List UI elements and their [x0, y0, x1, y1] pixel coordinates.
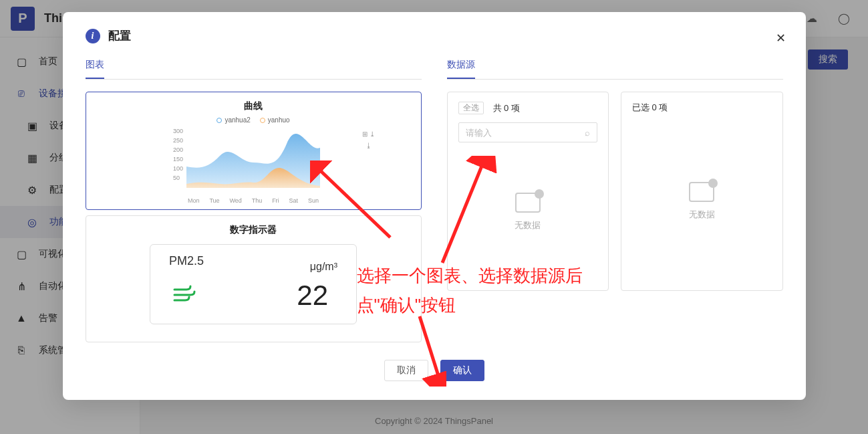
close-icon[interactable]: ✕: [776, 31, 786, 45]
wind-icon: [173, 284, 196, 308]
info-icon: i: [86, 29, 100, 43]
ds-search[interactable]: ⌕: [458, 122, 598, 142]
indicator-value: 22: [297, 280, 328, 312]
empty-icon: [689, 182, 714, 202]
ds-selected: 已选 0 项 无数据: [621, 92, 783, 291]
chart-legend: yanhua2 yanhuo: [86, 116, 421, 124]
chart-card-indicator[interactable]: 数字指示器 PM2.5 μg/m³ 22: [86, 215, 422, 342]
config-dialog: i 配置 ✕ 图表 曲线 yanhua2 yanhuo ⊞ ⤓⭳ 300 250: [63, 12, 806, 400]
empty-icon: [515, 193, 541, 213]
tab-chart[interactable]: 图表: [86, 58, 422, 80]
tab-datasource[interactable]: 数据源: [447, 58, 783, 80]
ds-empty-left: 无数据: [458, 142, 598, 281]
cancel-button[interactable]: 取消: [384, 360, 428, 381]
ds-selected-count: 已选 0 项: [632, 102, 668, 114]
indicator-unit: μg/m³: [310, 261, 337, 273]
area-chart: ⊞ ⤓⭳ 300 250 200 150 100 50: [186, 128, 320, 201]
search-icon: ⌕: [585, 128, 590, 138]
select-all-label[interactable]: 全选: [458, 102, 484, 114]
chart-title-curve: 曲线: [86, 100, 421, 112]
chart-card-curve[interactable]: 曲线 yanhua2 yanhuo ⊞ ⤓⭳ 300 250 200 150 1…: [86, 92, 422, 210]
ds-total: 共 0 项: [493, 102, 520, 114]
chart-title-indicator: 数字指示器: [86, 224, 421, 236]
dialog-title: 配置: [108, 28, 131, 43]
ds-empty-right: 无数据: [632, 122, 772, 281]
panel-charts: 图表 曲线 yanhua2 yanhuo ⊞ ⤓⭳ 300 250 200 15…: [86, 58, 422, 342]
ds-search-input[interactable]: [466, 128, 585, 138]
panel-datasource: 数据源 全选 共 0 项 ⌕ 无数据: [447, 58, 783, 342]
chart-toolbox: ⊞ ⤓⭳: [362, 130, 375, 149]
confirm-button[interactable]: 确认: [440, 360, 484, 381]
ds-available: 全选 共 0 项 ⌕ 无数据: [447, 92, 609, 291]
modal-overlay: i 配置 ✕ 图表 曲线 yanhua2 yanhuo ⊞ ⤓⭳ 300 250: [0, 0, 868, 434]
indicator-label: PM2.5: [169, 254, 204, 268]
indicator: PM2.5 μg/m³ 22: [150, 244, 357, 324]
